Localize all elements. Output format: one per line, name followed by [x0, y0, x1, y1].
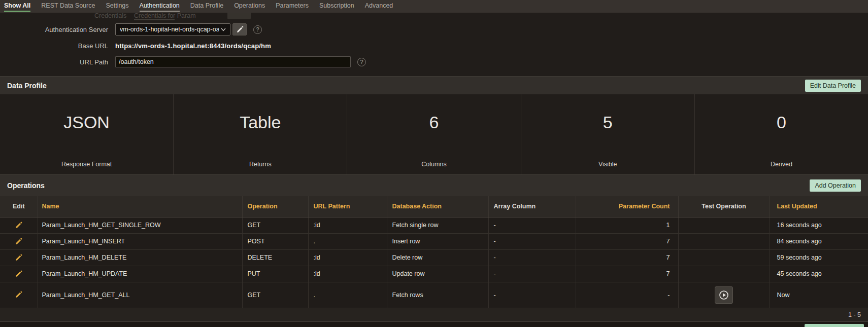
auth-server-select[interactable]: vm-ords-1-hopital-net-ords-qcap-oauth — [115, 23, 230, 35]
card-value: 5 — [603, 113, 613, 132]
auth-server-selected-value: vm-ords-1-hopital-net-ords-qcap-oauth — [120, 26, 219, 33]
card-response-format: JSON Response Format — [0, 94, 174, 174]
operation-method: PUT — [242, 266, 308, 282]
tab-data-profile[interactable]: Data Profile — [190, 0, 223, 13]
url-path-row: URL Path ? — [0, 56, 868, 67]
database-action: Fetch single row — [387, 217, 488, 233]
col-header-edit: Edit — [0, 196, 38, 217]
col-header-url-pattern[interactable]: URL Pattern — [308, 196, 387, 217]
edit-row-button[interactable] — [15, 253, 22, 261]
data-profile-cards: JSON Response Format Table Returns 6 Col… — [0, 94, 868, 174]
url-path-help-icon[interactable]: ? — [357, 58, 366, 66]
test-operation-button[interactable] — [715, 286, 733, 304]
operation-method: DELETE — [242, 249, 308, 266]
url-pattern: :id — [308, 249, 387, 266]
edit-row-button[interactable] — [15, 237, 22, 244]
parameter-count: 1 — [576, 217, 678, 233]
operation-method: GET — [242, 282, 308, 308]
col-header-operation[interactable]: Operation — [242, 196, 308, 217]
tab-subscription[interactable]: Subscription — [319, 0, 354, 13]
col-header-array-column[interactable]: Array Column — [488, 196, 576, 217]
last-updated: Now — [770, 282, 868, 308]
array-column: - — [488, 266, 576, 282]
array-column: - — [488, 233, 576, 249]
url-pattern: . — [308, 233, 387, 249]
tab-settings[interactable]: Settings — [106, 0, 128, 13]
test-operation-cell — [678, 266, 770, 282]
bottom-action-button[interactable] — [805, 324, 864, 327]
parameter-count: 7 — [576, 266, 678, 282]
operation-name: Param_Launch_HM_UPDATE — [38, 266, 242, 282]
card-derived: 0 Derived — [695, 94, 868, 174]
operations-section-header: Operations Add Operation — [0, 174, 868, 196]
tab-advanced[interactable]: Advanced — [365, 0, 393, 13]
table-row: Param_Launch_HM_UPDATE PUT :id Update ro… — [0, 266, 868, 282]
auth-server-row: Authentication Server vm-ords-1-hopital-… — [0, 23, 868, 35]
url-pattern: :id — [308, 266, 387, 282]
edit-auth-server-button[interactable] — [232, 23, 247, 35]
data-profile-section-header: Data Profile Edit Data Profile — [0, 76, 868, 94]
array-column: - — [488, 282, 576, 308]
last-updated: 16 seconds ago — [770, 217, 868, 233]
auth-server-label: Authentication Server — [0, 26, 115, 33]
tab-operations[interactable]: Operations — [234, 0, 265, 13]
add-operation-button[interactable]: Add Operation — [810, 179, 861, 192]
base-url-label: Base URL — [0, 42, 115, 50]
pencil-icon — [236, 26, 244, 33]
database-action: Delete row — [387, 249, 488, 266]
base-url-value: https://vm-ords-1.hopital.net:8443/ords/… — [115, 42, 271, 50]
operation-name: Param_Launch_HM_GET_ALL — [38, 282, 242, 308]
col-header-parameter-count[interactable]: Parameter Count — [576, 196, 678, 217]
table-row: Param_Launch_HM_GET_SINGLE_ROW GET :id F… — [0, 217, 868, 233]
card-value: Table — [240, 113, 281, 132]
database-action: Insert row — [387, 233, 488, 249]
operation-method: GET — [242, 217, 308, 233]
last-updated: 84 seconds ago — [770, 233, 868, 249]
parameter-count: 7 — [576, 249, 678, 266]
pencil-icon — [15, 270, 22, 278]
tab-rest-data-source[interactable]: REST Data Source — [41, 0, 95, 13]
pencil-icon — [15, 291, 22, 299]
data-profile-title: Data Profile — [7, 82, 47, 90]
tab-bar: Show All REST Data Source Settings Authe… — [0, 0, 868, 13]
table-row: Param_Launch_HM_GET_ALL GET . Fetch rows… — [0, 282, 868, 308]
operations-title: Operations — [7, 181, 45, 190]
pencil-icon — [15, 238, 22, 245]
url-path-input[interactable] — [115, 56, 351, 67]
tab-show-all[interactable]: Show All — [4, 0, 30, 13]
tab-parameters[interactable]: Parameters — [276, 0, 309, 13]
base-url-row: Base URL https://vm-ords-1.hopital.net:8… — [0, 42, 868, 50]
database-action: Fetch rows — [387, 282, 488, 308]
chevron-down-icon — [221, 27, 226, 32]
edit-row-button[interactable] — [15, 291, 22, 298]
auth-server-help-icon[interactable]: ? — [253, 25, 262, 34]
table-row: Param_Launch_HM_INSERT POST . Insert row… — [0, 233, 868, 249]
card-columns: 6 Columns — [347, 94, 521, 174]
col-header-last-updated[interactable]: Last Updated — [770, 196, 868, 217]
array-column: - — [488, 217, 576, 233]
last-updated: 45 seconds ago — [770, 266, 868, 282]
test-operation-cell — [678, 282, 770, 308]
edit-row-button[interactable] — [15, 270, 22, 277]
url-path-label: URL Path — [0, 58, 115, 66]
test-operation-cell — [678, 233, 770, 249]
col-header-name[interactable]: Name — [38, 196, 242, 217]
operation-method: POST — [242, 233, 308, 249]
card-value: 0 — [777, 113, 786, 132]
pagination-bar: 1 - 5 — [0, 308, 868, 321]
card-label: Columns — [421, 161, 446, 174]
edit-row-button[interactable] — [15, 221, 22, 228]
url-pattern: . — [308, 282, 387, 308]
operation-name: Param_Launch_HM_DELETE — [38, 249, 242, 266]
col-header-database-action[interactable]: Database Action — [387, 196, 488, 217]
card-returns: Table Returns — [174, 94, 347, 174]
pagination-range: 1 - 5 — [848, 311, 861, 318]
array-column: - — [488, 249, 576, 266]
card-visible: 5 Visible — [521, 94, 695, 174]
test-operation-cell — [678, 249, 770, 266]
operation-name: Param_Launch_HM_INSERT — [38, 233, 242, 249]
edit-data-profile-button[interactable]: Edit Data Profile — [805, 80, 861, 92]
table-header-row: Edit Name Operation URL Pattern Database… — [0, 196, 868, 217]
card-label: Derived — [771, 161, 792, 174]
tab-authentication[interactable]: Authentication — [140, 0, 180, 13]
